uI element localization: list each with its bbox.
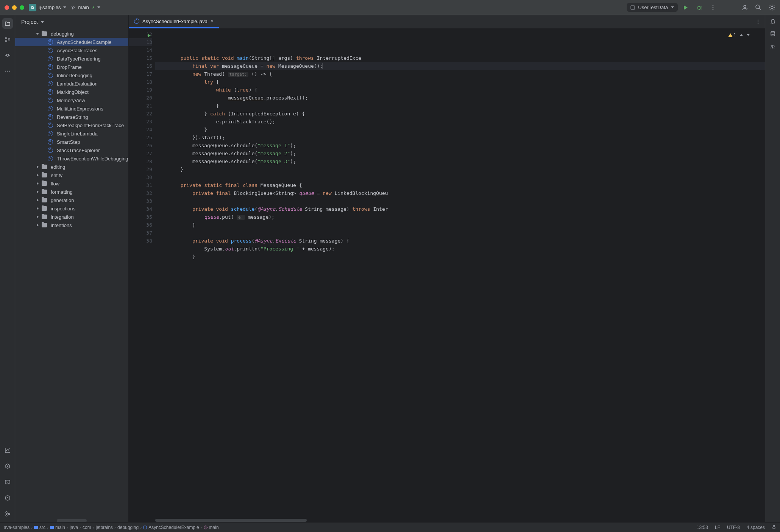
code-line[interactable]: new Thread( target: () -> { xyxy=(155,70,765,78)
code-content[interactable]: 1 public static void main(String[] args)… xyxy=(155,29,765,518)
tree-class-item[interactable]: MemoryView xyxy=(15,96,128,104)
tree-folder-item[interactable]: entity xyxy=(15,171,128,179)
tree-class-item[interactable]: SetBreakpointFromStackTrace xyxy=(15,121,128,129)
settings-button[interactable] xyxy=(769,4,775,11)
run-configuration-selector[interactable]: UserTestData xyxy=(627,3,678,12)
maximize-window-button[interactable] xyxy=(20,5,24,10)
editor-horizontal-scrollbar[interactable] xyxy=(129,518,765,522)
vcs-tool-button[interactable] xyxy=(2,509,13,519)
code-line[interactable]: private void process(@Async.Execute Stri… xyxy=(155,237,765,245)
tree-folder-item[interactable]: intentions xyxy=(15,221,128,229)
breadcrumb-item[interactable]: src xyxy=(34,525,45,530)
tree-class-item[interactable]: SmartStep xyxy=(15,138,128,146)
structure-tool-button[interactable] xyxy=(2,34,13,45)
more-actions-button[interactable] xyxy=(710,4,716,11)
breadcrumb-item[interactable]: main xyxy=(204,525,219,530)
commit-tool-button[interactable] xyxy=(2,50,13,61)
code-line[interactable] xyxy=(155,197,765,205)
profiler-tool-button[interactable] xyxy=(2,445,13,456)
code-line[interactable]: private final BlockingQueue<String> queu… xyxy=(155,189,765,197)
project-tool-button[interactable] xyxy=(2,18,13,29)
tree-class-item[interactable]: MarkingObject xyxy=(15,88,128,96)
code-line[interactable]: } xyxy=(155,126,765,134)
vcs-branch[interactable]: main xyxy=(71,5,100,10)
tree-folder-item[interactable]: formatting xyxy=(15,188,128,196)
code-line[interactable]: private void schedule(@Async.Schedule St… xyxy=(155,205,765,213)
notifications-button[interactable] xyxy=(770,18,776,25)
code-line[interactable]: while (true) { xyxy=(155,86,765,94)
line-gutter[interactable]: 1213141516171819202122232425262728293031… xyxy=(129,29,155,518)
indent-settings[interactable]: 4 spaces xyxy=(747,525,765,530)
code-line[interactable]: } xyxy=(155,221,765,229)
code-line[interactable] xyxy=(155,173,765,181)
services-tool-button[interactable] xyxy=(2,461,13,471)
code-line[interactable]: public static void main(String[] args) t… xyxy=(155,54,765,62)
breadcrumb-item[interactable]: ava-samples xyxy=(4,525,30,530)
code-editor[interactable]: 1213141516171819202122232425262728293031… xyxy=(129,29,765,518)
more-tool-button[interactable] xyxy=(2,66,13,76)
code-line[interactable]: e.printStackTrace(); xyxy=(155,118,765,126)
tree-class-item[interactable]: InlineDebugging xyxy=(15,71,128,79)
breadcrumb-item[interactable]: AsyncSchedulerExample xyxy=(143,525,199,530)
tree-folder-item[interactable]: flow xyxy=(15,179,128,188)
tree-folder-debugging[interactable]: debugging xyxy=(15,30,128,38)
code-line[interactable]: try { xyxy=(155,78,765,86)
close-tab-button[interactable]: × xyxy=(211,18,214,24)
code-with-me-button[interactable] xyxy=(741,4,748,11)
code-line[interactable]: messageQueue.schedule("message 1"); xyxy=(155,142,765,149)
readonly-toggle[interactable] xyxy=(772,524,776,530)
tree-folder-item[interactable]: integration xyxy=(15,213,128,221)
file-encoding[interactable]: UTF-8 xyxy=(727,525,740,530)
tree-folder-item[interactable]: inspections xyxy=(15,204,128,213)
tree-class-item[interactable]: MultiLineExpressions xyxy=(15,104,128,113)
problems-tool-button[interactable] xyxy=(2,493,13,503)
close-window-button[interactable] xyxy=(5,5,9,10)
editor-tab[interactable]: AsyncSchedulerExample.java × xyxy=(129,15,219,28)
minimize-window-button[interactable] xyxy=(12,5,17,10)
terminal-tool-button[interactable] xyxy=(2,477,13,487)
code-line[interactable]: final var messageQueue = new MessageQueu… xyxy=(155,62,765,70)
code-line[interactable]: messageQueue.schedule("message 3"); xyxy=(155,157,765,165)
code-line[interactable]: queue.put( e: message); xyxy=(155,213,765,221)
search-everywhere-button[interactable] xyxy=(755,4,762,11)
tree-folder-item[interactable]: generation xyxy=(15,196,128,204)
tree-class-item[interactable]: StackTraceExplorer xyxy=(15,146,128,154)
code-line[interactable] xyxy=(155,261,765,269)
run-button[interactable] xyxy=(682,4,689,11)
database-tool-button[interactable] xyxy=(770,31,776,38)
code-line[interactable]: } xyxy=(155,102,765,110)
tree-class-item[interactable]: AsyncStackTraces xyxy=(15,46,128,54)
debug-button[interactable] xyxy=(696,4,703,11)
next-highlight-button[interactable] xyxy=(747,34,750,36)
tab-options-button[interactable] xyxy=(751,15,765,28)
code-line[interactable]: }).start(); xyxy=(155,134,765,142)
breadcrumb-item[interactable]: main xyxy=(50,525,65,530)
breadcrumb-item[interactable]: java xyxy=(70,525,78,530)
tree-class-item[interactable]: LambdaEvaluation xyxy=(15,79,128,88)
code-line[interactable]: } xyxy=(155,253,765,261)
breadcrumbs[interactable]: ava-samples›src›main›java›com›jetbrains›… xyxy=(4,525,219,530)
code-line[interactable]: private static final class MessageQueue … xyxy=(155,181,765,189)
prev-highlight-button[interactable] xyxy=(740,34,743,36)
horizontal-scrollbar[interactable] xyxy=(57,519,87,522)
code-line[interactable] xyxy=(155,229,765,237)
tree-folder-item[interactable]: editing xyxy=(15,163,128,171)
breadcrumb-item[interactable]: jetbrains xyxy=(96,525,113,530)
inspection-widget[interactable]: 1 xyxy=(728,31,750,39)
project-selector[interactable]: IS ij-samples xyxy=(29,4,66,11)
maven-tool-button[interactable]: m xyxy=(771,43,775,50)
project-tree[interactable]: debuggingAsyncSchedulerExampleAsyncStack… xyxy=(15,29,128,518)
breadcrumb-item[interactable]: com xyxy=(83,525,91,530)
tree-class-item[interactable]: DropFrame xyxy=(15,63,128,71)
code-line[interactable]: System.out.println("Processing " + messa… xyxy=(155,245,765,253)
breadcrumb-item[interactable]: debugging xyxy=(117,525,139,530)
project-panel-header[interactable]: Project xyxy=(15,15,128,29)
caret-position[interactable]: 13:53 xyxy=(697,525,708,530)
line-separator[interactable]: LF xyxy=(715,525,720,530)
run-gutter-icon[interactable] xyxy=(148,34,151,37)
tree-class-item[interactable]: SingleLineLambda xyxy=(15,129,128,138)
tree-class-item[interactable]: ThrowExceptionWhileDebugging xyxy=(15,154,128,163)
code-line[interactable]: } catch (InterruptedException e) { xyxy=(155,110,765,118)
tree-class-item[interactable]: AsyncSchedulerExample xyxy=(15,38,128,46)
tree-class-item[interactable]: DataTypeRendering xyxy=(15,54,128,63)
